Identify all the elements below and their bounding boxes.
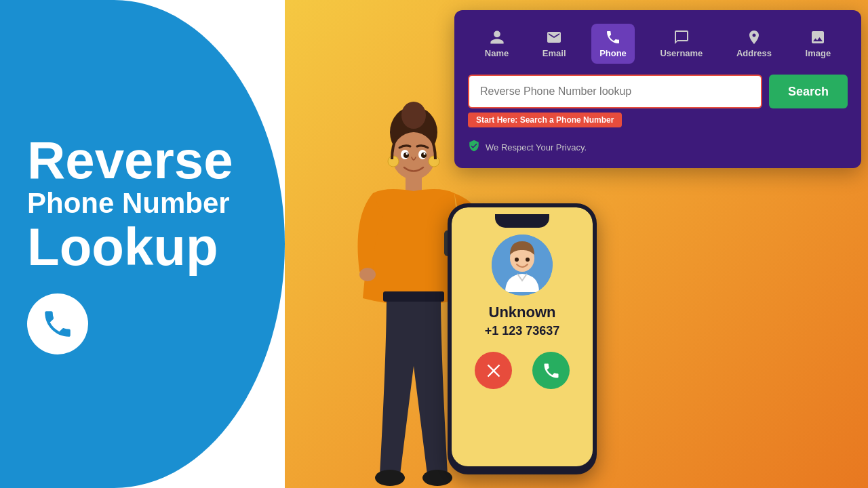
tab-address[interactable]: Address — [728, 24, 780, 64]
caller-number: +1 123 73637 — [485, 324, 560, 338]
tab-name[interactable]: Name — [477, 24, 517, 64]
svg-point-2 — [392, 132, 435, 180]
tab-username[interactable]: Username — [652, 24, 711, 64]
phone-tab-icon — [605, 29, 621, 45]
person-icon — [489, 29, 505, 45]
widget-panel: Name Email Phone Username — [454, 10, 861, 168]
title-lookup: Lookup — [27, 220, 258, 273]
svg-point-1 — [401, 102, 426, 129]
tab-phone[interactable]: Phone — [591, 24, 635, 64]
svg-point-15 — [406, 153, 408, 155]
tab-image[interactable]: Image — [797, 24, 840, 64]
svg-point-9 — [375, 470, 405, 486]
shield-icon — [468, 140, 480, 155]
tab-username-label: Username — [660, 48, 703, 58]
accept-button[interactable] — [532, 352, 570, 389]
hint-tag: Start Here: Search a Phone Number — [468, 113, 848, 134]
privacy-row: We Respect Your Privacy. — [468, 140, 848, 155]
chat-icon — [673, 29, 690, 45]
privacy-text: We Respect Your Privacy. — [486, 142, 587, 152]
search-input[interactable] — [468, 75, 762, 108]
svg-point-16 — [424, 153, 426, 155]
image-icon — [810, 29, 826, 45]
svg-point-10 — [422, 470, 452, 486]
phone-mockup: Unknown +1 123 73637 — [448, 203, 597, 474]
svg-point-19 — [515, 258, 519, 262]
caller-avatar — [492, 235, 553, 296]
phone-notch — [495, 214, 549, 228]
phone-icon-circle — [27, 293, 88, 354]
phone-screen: Unknown +1 123 73637 — [452, 207, 593, 466]
phone-icon — [41, 307, 75, 341]
search-row: Search — [468, 75, 848, 108]
main-container: Reverse Phone Number Lookup — [0, 0, 868, 488]
tab-address-label: Address — [736, 48, 772, 58]
svg-rect-8 — [383, 291, 444, 302]
tab-email[interactable]: Email — [534, 24, 574, 64]
title-reverse: Reverse — [27, 134, 258, 186]
tab-image-label: Image — [806, 48, 831, 58]
left-panel: Reverse Phone Number Lookup — [0, 0, 285, 488]
caller-name: Unknown — [489, 304, 556, 321]
tab-name-label: Name — [485, 48, 509, 58]
tab-email-label: Email — [542, 48, 566, 58]
tab-phone-label: Phone — [599, 48, 627, 58]
tabs-row: Name Email Phone Username — [468, 24, 848, 64]
svg-point-20 — [526, 258, 530, 262]
hint-text: Start Here: Search a Phone Number — [468, 113, 622, 127]
right-panel: Unknown +1 123 73637 — [285, 0, 868, 488]
location-icon — [746, 29, 762, 45]
search-input-wrapper — [468, 75, 762, 108]
decline-button[interactable] — [475, 352, 512, 389]
svg-point-7 — [359, 268, 376, 281]
title-phone: Phone Number — [27, 186, 258, 220]
email-icon — [546, 29, 562, 45]
search-button[interactable]: Search — [769, 75, 848, 108]
call-buttons — [475, 352, 570, 389]
